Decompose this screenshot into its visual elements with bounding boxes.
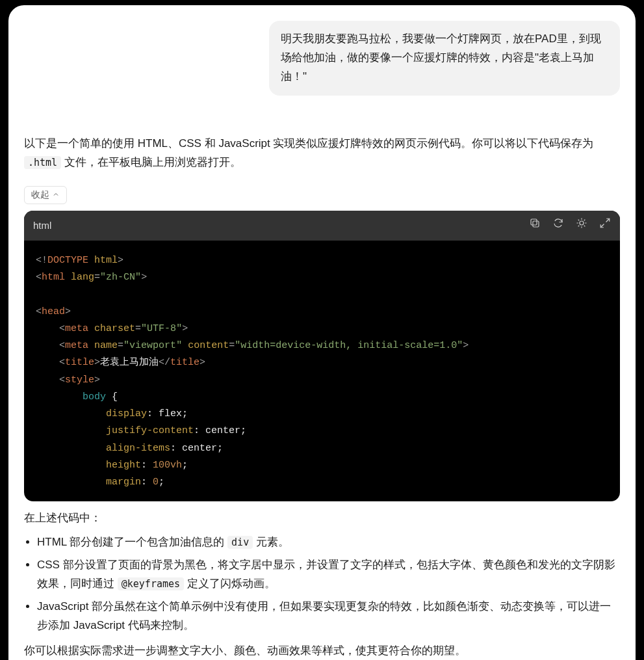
user-message-text: 明天我朋友要跑马拉松，我要做一个灯牌网页，放在PAD里，到现场给他加油，做的要像… bbox=[281, 33, 601, 83]
svg-rect-1 bbox=[531, 219, 537, 225]
collapse-label: 收起 bbox=[31, 189, 49, 201]
code-lang-label: html bbox=[33, 217, 51, 234]
svg-line-7 bbox=[578, 220, 580, 221]
explanation-list: HTML 部分创建了一个包含加油信息的 div 元素。 CSS 部分设置了页面的… bbox=[24, 533, 620, 635]
closing-text: 你可以根据实际需求进一步调整文字大小、颜色、动画效果等样式，使其更符合你的期望。 bbox=[24, 642, 620, 660]
copy-icon[interactable] bbox=[529, 217, 541, 234]
user-message-row: 明天我朋友要跑马拉松，我要做一个灯牌网页，放在PAD里，到现场给他加油，做的要像… bbox=[24, 21, 620, 96]
code-content[interactable]: <!DOCTYPE html> <html lang="zh-CN"> <hea… bbox=[24, 241, 620, 502]
inline-code-div: div bbox=[227, 536, 253, 549]
user-message-bubble: 明天我朋友要跑马拉松，我要做一个灯牌网页，放在PAD里，到现场给他加油，做的要像… bbox=[269, 21, 620, 96]
svg-line-10 bbox=[584, 220, 586, 221]
inline-code-keyframes: @keyframes bbox=[118, 577, 184, 590]
list-item: CSS 部分设置了页面的背景为黑色，将文字居中显示，并设置了文字的样式，包括大字… bbox=[37, 556, 620, 594]
svg-line-9 bbox=[578, 226, 580, 227]
list-item: HTML 部分创建了一个包含加油信息的 div 元素。 bbox=[37, 533, 620, 552]
code-block: html <!DOCTYPE html> <html lang="zh-CN">… bbox=[24, 211, 620, 501]
collapse-button[interactable]: 收起 bbox=[24, 186, 67, 204]
chat-card: 明天我朋友要跑马拉松，我要做一个灯牌网页，放在PAD里，到现场给他加油，做的要像… bbox=[8, 5, 636, 660]
inline-code-html-ext: .html bbox=[24, 156, 61, 169]
list-item: JavaScript 部分虽然在这个简单示例中没有使用，但如果要实现更复杂的特效… bbox=[37, 598, 620, 635]
assistant-intro: 以下是一个简单的使用 HTML、CSS 和 JavaScript 实现类似应援灯… bbox=[24, 135, 620, 172]
intro-text-after: 文件，在平板电脑上用浏览器打开。 bbox=[61, 156, 241, 168]
explanation-intro: 在上述代码中： bbox=[24, 509, 620, 528]
retry-icon[interactable] bbox=[552, 217, 564, 234]
svg-line-12 bbox=[600, 224, 604, 228]
code-block-header: html bbox=[24, 211, 620, 241]
svg-point-2 bbox=[580, 221, 584, 225]
bullet-text: JavaScript 部分虽然在这个简单示例中没有使用，但如果要实现更复杂的特效… bbox=[37, 600, 611, 631]
chevron-up-icon bbox=[52, 190, 60, 200]
svg-line-11 bbox=[606, 219, 610, 222]
svg-rect-0 bbox=[533, 221, 539, 227]
bullet-text: 元素。 bbox=[253, 536, 289, 548]
bullet-text: HTML 部分创建了一个包含加油信息的 bbox=[37, 536, 227, 548]
svg-line-8 bbox=[584, 226, 586, 227]
expand-icon[interactable] bbox=[599, 217, 611, 234]
sun-icon[interactable] bbox=[576, 217, 587, 234]
intro-text-before: 以下是一个简单的使用 HTML、CSS 和 JavaScript 实现类似应援灯… bbox=[24, 137, 594, 150]
bullet-text: 定义了闪烁动画。 bbox=[184, 577, 276, 590]
